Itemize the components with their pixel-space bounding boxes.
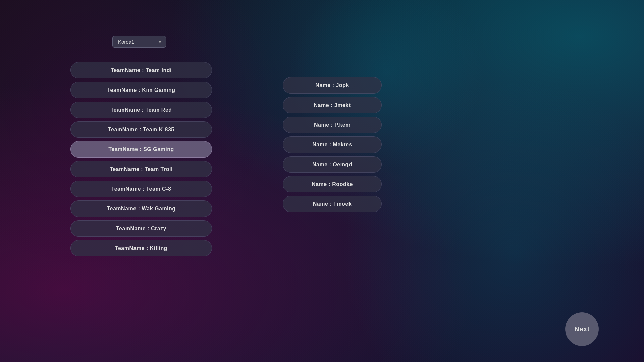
player-item-4: Name : Oemgd <box>283 156 382 173</box>
team-item-9[interactable]: TeamName : Killing <box>70 240 212 256</box>
player-item-6: Name : Fmoek <box>283 196 382 212</box>
player-list: Name : JopkName : JmektName : P.kemName … <box>283 77 382 212</box>
player-item-2: Name : P.kem <box>283 117 382 133</box>
team-item-7[interactable]: TeamName : Wak Gaming <box>70 200 212 217</box>
team-item-8[interactable]: TeamName : Crazy <box>70 220 212 237</box>
next-button[interactable]: Next <box>565 312 599 346</box>
player-item-5: Name : Roodke <box>283 176 382 192</box>
player-item-1: Name : Jmekt <box>283 97 382 113</box>
team-item-4[interactable]: TeamName : SG Gaming <box>70 141 212 158</box>
region-dropdown-wrapper: Korea1Korea2Korea3 ▼ <box>112 36 166 48</box>
player-item-3: Name : Mektes <box>283 136 382 153</box>
player-item-0: Name : Jopk <box>283 77 382 94</box>
team-item-5[interactable]: TeamName : Team Troll <box>70 161 212 177</box>
team-item-6[interactable]: TeamName : Team C-8 <box>70 181 212 197</box>
region-dropdown[interactable]: Korea1Korea2Korea3 <box>112 36 166 48</box>
team-list: TeamName : Team IndiTeamName : Kim Gamin… <box>70 62 212 256</box>
team-item-3[interactable]: TeamName : Team K-835 <box>70 121 212 138</box>
team-item-1[interactable]: TeamName : Kim Gaming <box>70 82 212 98</box>
region-dropdown-container: Korea1Korea2Korea3 ▼ <box>112 36 166 48</box>
team-item-0[interactable]: TeamName : Team Indi <box>70 62 212 78</box>
team-item-2[interactable]: TeamName : Team Red <box>70 102 212 118</box>
